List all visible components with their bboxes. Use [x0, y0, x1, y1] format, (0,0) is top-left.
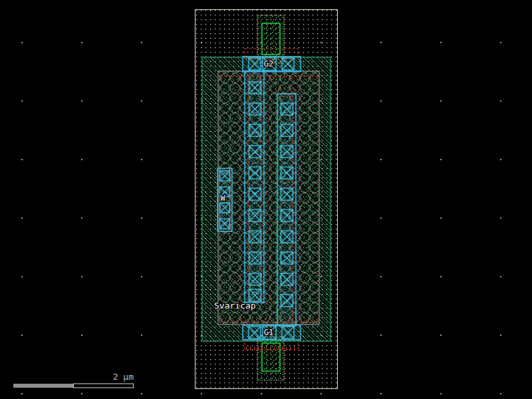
- cell-name-label[interactable]: Svaricap: [214, 301, 256, 311]
- layout-drawing[interactable]: G2 W G1 Svaricap 2 µm: [0, 0, 532, 399]
- pin-label-g1[interactable]: G1: [264, 328, 273, 337]
- gate-poly-bottom-stub[interactable]: [257, 337, 284, 380]
- metal-fill-region[interactable]: [218, 71, 319, 325]
- scale-bar-open-half: [74, 384, 134, 388]
- layout-editor-canvas[interactable]: G2 W G1 Svaricap 2 µm: [0, 0, 532, 399]
- scale-bar-filled-half: [13, 384, 73, 388]
- left-contact-column[interactable]: [245, 71, 264, 303]
- scale-bar-label: 2 µm: [113, 372, 134, 382]
- pin-label-g2[interactable]: G2: [264, 59, 273, 68]
- right-contact-column[interactable]: [277, 88, 296, 326]
- pin-label-w[interactable]: W: [220, 194, 225, 203]
